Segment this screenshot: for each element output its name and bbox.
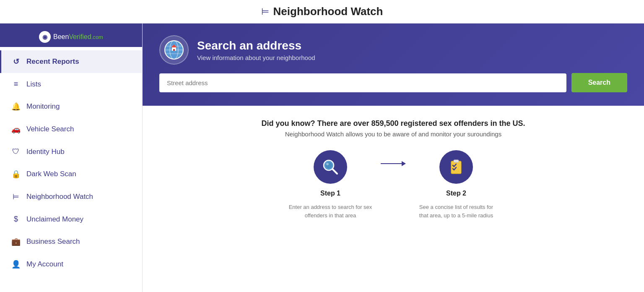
svg-line-10 [332,169,337,174]
sidebar-item-my-account[interactable]: 👤 My Account [0,253,142,276]
address-input[interactable] [159,73,566,92]
dark-web-scan-icon: 🔒 [11,169,21,179]
sidebar-item-label: Lists [26,80,41,89]
recent-reports-icon: ↺ [11,57,21,66]
business-search-icon: 💼 [11,237,21,246]
sidebar-item-identity-hub[interactable]: 🛡 Identity Hub [0,141,142,163]
sidebar-item-unclaimed-money[interactable]: $ Unclaimed Money [0,208,142,230]
sidebar-item-label: Vehicle Search [26,125,74,133]
magnifier-icon [321,158,340,176]
sidebar-item-neighborhood-watch[interactable]: ⊨ Neighborhood Watch [0,185,142,208]
neighborhood-watch-title-icon: ⊨ [261,6,269,17]
lists-icon: ≡ [11,80,21,89]
hero-icon [159,35,189,65]
sidebar-item-label: Neighborhood Watch [26,193,93,201]
top-title-bar: ⊨ Neighborhood Watch [0,0,644,23]
page-title: Neighborhood Watch [273,5,383,18]
info-headline: Did you know? There are over 859,500 reg… [261,119,525,128]
info-section: Did you know? There are over 859,500 reg… [143,106,644,292]
sidebar-item-label: Identity Hub [26,148,65,156]
svg-marker-13 [402,161,406,166]
monitoring-icon: 🔔 [11,102,21,111]
hero-subtitle: View information about your neighborhood [197,54,315,61]
hero-text-block: Search an address View information about… [197,39,315,61]
clipboard-icon [447,158,465,176]
info-subtext: Neighborhood Watch allows you to be awar… [261,130,525,138]
sidebar-item-label: Business Search [26,237,80,246]
sidebar-item-business-search[interactable]: 💼 Business Search [0,230,142,253]
svg-rect-7 [173,49,175,51]
logo-dot: .com [91,34,103,40]
sidebar-item-label: Monitoring [26,102,60,111]
sidebar-item-label: My Account [26,260,63,269]
step-2-icon-circle [439,150,473,184]
sidebar-item-label: Recent Reports [26,57,79,66]
step-1-icon-circle [314,150,347,184]
hero-section: Search an address View information about… [143,23,644,106]
sidebar-item-vehicle-search[interactable]: 🚗 Vehicle Search [0,118,142,141]
arrow-icon [381,159,406,169]
neighborhood-watch-icon: ⊨ [11,192,21,201]
step-2: Step 2 See a concise list of results for… [414,150,498,219]
step-1-desc: Enter an address to search for sex offen… [288,203,372,219]
vehicle-search-icon: 🚗 [11,125,21,134]
logo-icon: ◉ [39,31,51,43]
hero-top: Search an address View information about… [159,35,627,65]
search-bar-row: Search [159,73,627,92]
sidebar-item-monitoring[interactable]: 🔔 Monitoring [0,95,142,118]
info-text-block: Did you know? There are over 859,500 reg… [261,119,525,138]
sidebar-item-lists[interactable]: ≡ Lists [0,73,142,95]
step-arrow [372,159,414,169]
main-layout: ◉ BeenVerified.com ↺ Recent Reports ≡ Li… [0,23,644,292]
sidebar-item-recent-reports[interactable]: ↺ Recent Reports [0,50,142,73]
logo-been: Been [53,33,69,41]
sidebar: ◉ BeenVerified.com ↺ Recent Reports ≡ Li… [0,23,143,292]
svg-rect-15 [454,160,459,162]
step-1-label: Step 1 [320,190,340,197]
unclaimed-money-icon: $ [11,215,21,224]
svg-point-11 [326,163,329,165]
search-button[interactable]: Search [571,73,627,92]
sidebar-item-label: Dark Web Scan [26,170,76,178]
logo-verified: Verified [69,33,91,41]
my-account-icon: 👤 [11,260,21,269]
step-2-desc: See a concise list of results for that a… [414,203,498,219]
steps-row: Step 1 Enter an address to search for se… [159,150,627,219]
identity-hub-icon: 🛡 [11,147,21,156]
main-content: Search an address View information about… [143,23,644,292]
sidebar-item-dark-web-scan[interactable]: 🔒 Dark Web Scan [0,163,142,185]
sidebar-item-label: Unclaimed Money [26,215,83,224]
step-2-label: Step 2 [446,190,466,197]
svg-point-9 [325,162,332,169]
step-1: Step 1 Enter an address to search for se… [288,150,372,219]
hero-title: Search an address [197,39,315,52]
globe-house-icon [164,39,184,60]
sidebar-logo: ◉ BeenVerified.com [0,23,142,47]
sidebar-nav: ↺ Recent Reports ≡ Lists 🔔 Monitoring 🚗 … [0,47,142,292]
